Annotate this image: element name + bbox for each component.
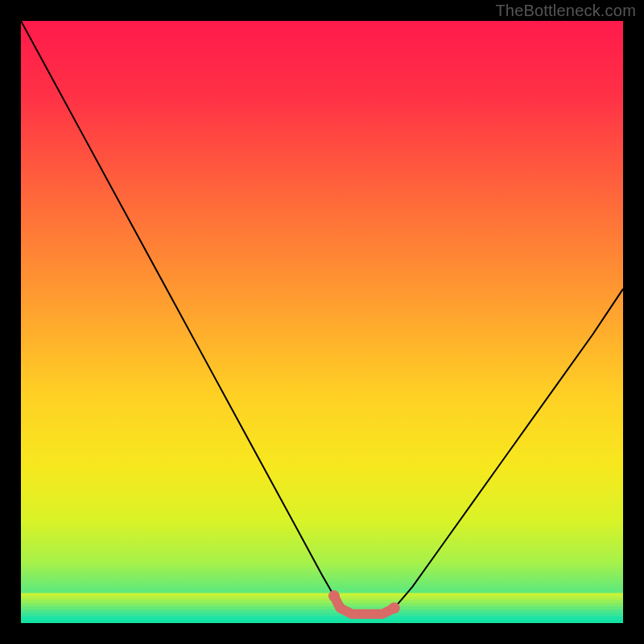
green-band-stripe: [21, 600, 623, 604]
chart-svg: [21, 21, 623, 623]
green-band-stripe: [21, 603, 623, 607]
gradient-background: [21, 21, 623, 623]
green-band-stripe: [21, 606, 623, 610]
chart-root: TheBottleneck.com: [0, 0, 644, 644]
green-band-stripe: [21, 597, 623, 601]
plot-area: [21, 21, 623, 623]
green-band-stripe: [21, 620, 623, 623]
watermark-text: TheBottleneck.com: [495, 2, 636, 20]
green-band-stripe: [21, 609, 623, 613]
optimal-zone-endpoint: [328, 590, 340, 601]
green-band-stripe: [21, 613, 623, 617]
green-band-stripe: [21, 593, 623, 597]
green-band-stripe: [21, 617, 623, 621]
optimal-zone-endpoint: [389, 602, 400, 613]
